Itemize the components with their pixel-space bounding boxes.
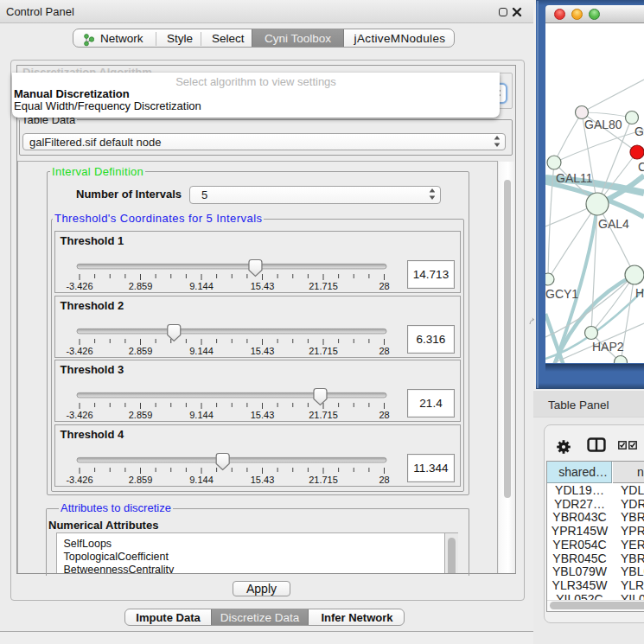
svg-text:28: 28 [379, 410, 389, 420]
svg-text:GAL80: GAL80 [584, 118, 622, 131]
svg-text:HIS4: HIS4 [635, 286, 644, 300]
svg-text:2.859: 2.859 [129, 410, 153, 420]
svg-text:28: 28 [379, 346, 389, 356]
svg-text:GAL4: GAL4 [598, 217, 629, 231]
svg-text:15.43: 15.43 [251, 346, 275, 356]
svg-text:21.715: 21.715 [309, 410, 338, 420]
svg-text:9.144: 9.144 [189, 346, 214, 356]
svg-text:-3.426: -3.426 [66, 410, 92, 420]
svg-text:28: 28 [379, 475, 389, 485]
svg-text:2.859: 2.859 [129, 475, 153, 485]
svg-text:2.859: 2.859 [129, 281, 153, 291]
svg-text:28: 28 [379, 281, 389, 291]
svg-text:-3.426: -3.426 [66, 475, 92, 485]
svg-text:-3.426: -3.426 [66, 281, 92, 291]
svg-text:2.859: 2.859 [129, 346, 153, 356]
svg-text:-3.426: -3.426 [66, 346, 92, 356]
svg-text:CDC2: CDC2 [638, 160, 644, 174]
svg-text:21.715: 21.715 [309, 475, 338, 485]
svg-text:GCY1: GCY1 [545, 287, 578, 301]
svg-text:15.43: 15.43 [251, 410, 275, 420]
svg-text:GAL3: GAL3 [634, 124, 644, 138]
svg-text:15.43: 15.43 [251, 281, 275, 291]
svg-text:9.144: 9.144 [189, 475, 214, 485]
svg-text:21.715: 21.715 [309, 281, 338, 291]
svg-text:9.144: 9.144 [189, 281, 214, 291]
svg-text:HAP2: HAP2 [592, 340, 624, 354]
svg-text:9.144: 9.144 [189, 410, 214, 420]
svg-text:15.43: 15.43 [251, 475, 275, 485]
svg-text:GAL11: GAL11 [556, 171, 593, 185]
svg-text:21.715: 21.715 [309, 346, 338, 356]
